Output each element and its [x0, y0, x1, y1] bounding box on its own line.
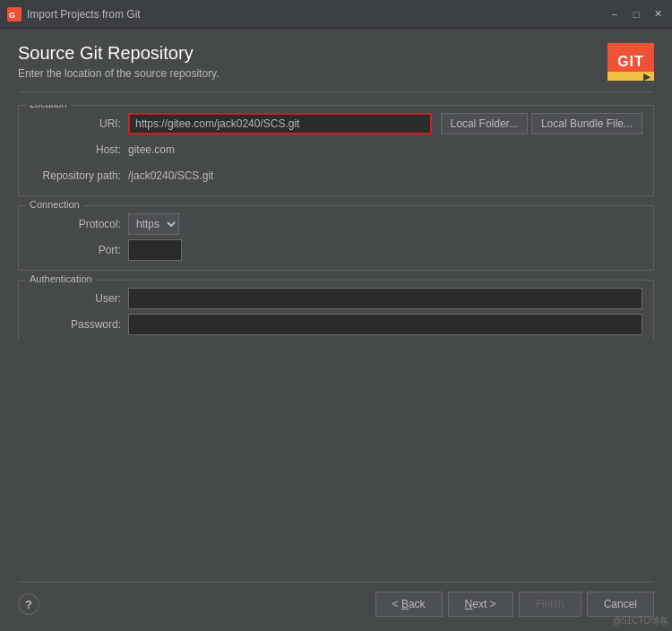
authentication-section-label: Authentication: [26, 273, 96, 284]
protocol-label: Protocol:: [30, 218, 128, 230]
protocol-select[interactable]: https ssh git: [128, 213, 179, 235]
port-input[interactable]: [128, 239, 182, 261]
cancel-button[interactable]: Cancel: [587, 592, 654, 617]
window-controls: − □ ✕: [607, 7, 665, 22]
watermark: @51CTO博客: [613, 615, 668, 627]
help-button[interactable]: ?: [18, 593, 39, 615]
finish-button[interactable]: Finish: [519, 592, 582, 617]
maximize-button[interactable]: □: [629, 7, 643, 22]
password-row: Password:: [30, 314, 642, 335]
uri-input-wrapper: [128, 113, 432, 134]
git-logo: GIT ▶: [607, 43, 654, 81]
page-subtitle: Enter the location of the source reposit…: [18, 67, 220, 80]
authentication-section: Authentication User: Password: Store in …: [18, 280, 654, 339]
spacer: [18, 339, 654, 573]
main-content: Source Git Repository Enter the location…: [0, 29, 672, 631]
local-bundle-button[interactable]: Local Bundle File...: [531, 113, 642, 134]
host-row: Host: gitee.com: [30, 139, 642, 160]
location-section-label: Location: [26, 105, 71, 109]
window-title: Import Projects from Git: [27, 8, 607, 21]
page-title: Source Git Repository: [18, 43, 220, 64]
back-button[interactable]: < Back: [375, 592, 443, 617]
uri-label: URI:: [30, 117, 128, 130]
repo-path-row: Repository path: /jack0240/SCS.git: [30, 165, 642, 186]
git-logo-arrow: ▶: [643, 72, 651, 82]
port-label: Port:: [30, 244, 128, 256]
footer: ? < Back Next > Finish Cancel: [18, 582, 654, 617]
user-label: User:: [30, 292, 128, 305]
host-value: gitee.com: [128, 143, 175, 156]
password-input[interactable]: [128, 314, 642, 335]
git-logo-bar: ▶: [607, 72, 654, 81]
protocol-row: Protocol: https ssh git: [30, 213, 642, 235]
git-logo-text: GIT: [617, 54, 644, 70]
password-label: Password:: [30, 318, 128, 331]
repo-path-value: /jack0240/SCS.git: [128, 169, 213, 182]
repo-path-label: Repository path:: [30, 169, 128, 182]
title-bar: G Import Projects from Git − □ ✕: [0, 0, 672, 29]
close-button[interactable]: ✕: [650, 7, 665, 22]
next-button[interactable]: Next >: [448, 592, 513, 617]
uri-controls: Local Folder... Local Bundle File...: [128, 113, 642, 134]
form-body: Location URI: Local Folder... Local Bund…: [18, 105, 654, 339]
user-row: User:: [30, 288, 642, 309]
page-header: Source Git Repository Enter the location…: [18, 43, 654, 81]
connection-section-label: Connection: [26, 199, 83, 210]
connection-section: Connection Protocol: https ssh git Port:: [18, 205, 654, 271]
svg-text:G: G: [9, 11, 15, 20]
location-section: Location URI: Local Folder... Local Bund…: [18, 105, 654, 196]
host-label: Host:: [30, 143, 128, 156]
uri-row: URI: Local Folder... Local Bundle File..…: [30, 113, 642, 134]
minimize-button[interactable]: −: [607, 7, 622, 22]
header-text: Source Git Repository Enter the location…: [18, 43, 220, 80]
app-icon: G: [7, 7, 22, 22]
local-folder-button[interactable]: Local Folder...: [441, 113, 528, 134]
port-row: Port:: [30, 239, 642, 261]
header-divider: [18, 91, 654, 92]
uri-input[interactable]: [128, 113, 432, 134]
user-input[interactable]: [128, 288, 642, 309]
